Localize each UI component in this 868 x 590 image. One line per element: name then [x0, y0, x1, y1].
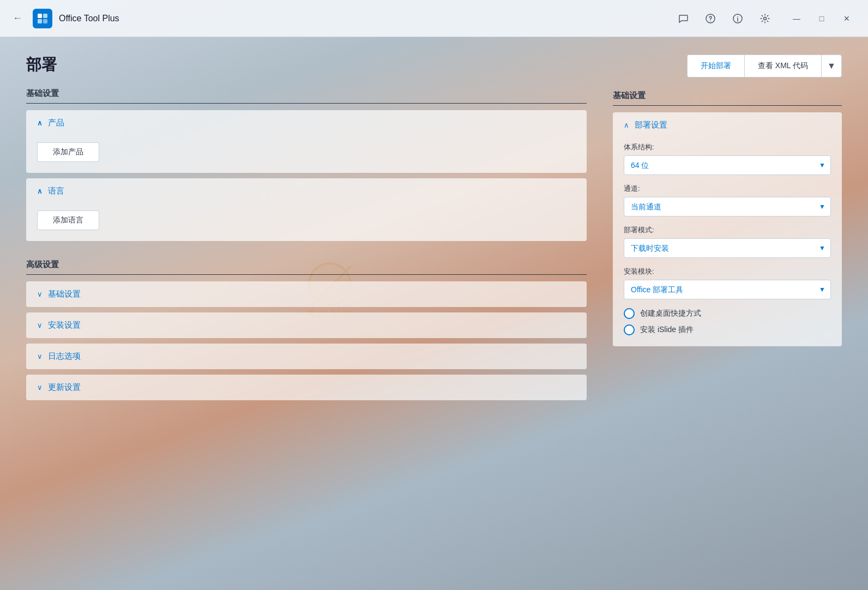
- adv-update-chevron-icon: ∨: [37, 383, 43, 392]
- svg-rect-0: [38, 14, 42, 18]
- language-accordion-label: 语言: [48, 186, 64, 196]
- svg-point-8: [764, 17, 767, 20]
- advanced-basic-header[interactable]: ∨ 基础设置: [26, 281, 587, 307]
- adv-basic-chevron-icon: ∨: [37, 290, 43, 298]
- settings-icon: [760, 13, 770, 24]
- install-module-select[interactable]: Office 部署工具 Office Tool Plus: [624, 280, 831, 299]
- help-icon-btn[interactable]: [698, 8, 723, 29]
- channel-label: 通道:: [624, 184, 831, 194]
- islide-plugin-label: 安装 iSlide 插件: [640, 325, 694, 335]
- advanced-update-accordion: ∨ 更新设置: [26, 375, 587, 400]
- app-title: Office Tool Plus: [59, 14, 119, 23]
- add-language-button[interactable]: 添加语言: [37, 210, 99, 230]
- left-panel: 部署 基础设置 ∧ 产品 添加产品 ∧ 语言 添加语言 高级设置: [26, 55, 587, 573]
- svg-rect-3: [43, 19, 47, 23]
- install-module-label: 安装模块:: [624, 267, 831, 276]
- desktop-shortcut-label: 创建桌面快捷方式: [640, 309, 701, 318]
- back-button[interactable]: ←: [9, 10, 26, 27]
- advanced-update-header[interactable]: ∨ 更新设置: [26, 375, 587, 400]
- svg-rect-2: [38, 19, 42, 23]
- deploy-mode-select[interactable]: 下载时安装 仅下载 仅安装: [624, 238, 831, 258]
- install-module-field-group: 安装模块: Office 部署工具 Office Tool Plus ▼: [624, 267, 831, 299]
- checkbox-islide-plugin[interactable]: 安装 iSlide 插件: [624, 324, 831, 335]
- channel-select[interactable]: 当前通道 半年企业通道 月度企业通道: [624, 197, 831, 216]
- add-product-button[interactable]: 添加产品: [37, 142, 99, 162]
- checkbox-desktop-shortcut[interactable]: 创建桌面快捷方式: [624, 308, 831, 319]
- deploy-mode-label: 部署模式:: [624, 225, 831, 235]
- channel-select-wrapper: 当前通道 半年企业通道 月度企业通道 ▼: [624, 197, 831, 216]
- basic-section-header: 基础设置: [26, 88, 587, 104]
- chat-icon-btn[interactable]: [671, 8, 696, 29]
- adv-update-label: 更新设置: [48, 382, 81, 393]
- header-actions: 开始部署 查看 XML 代码 ▼: [613, 55, 842, 77]
- chat-icon: [678, 13, 689, 24]
- right-panel: 开始部署 查看 XML 代码 ▼ 基础设置 ∧ 部署设置 体系结构: 32 位: [613, 55, 842, 573]
- install-module-select-wrapper: Office 部署工具 Office Tool Plus ▼: [624, 280, 831, 299]
- deploy-settings-header[interactable]: ∧ 部署设置: [613, 112, 842, 138]
- adv-log-chevron-icon: ∨: [37, 352, 43, 360]
- channel-field-group: 通道: 当前通道 半年企业通道 月度企业通道 ▼: [624, 184, 831, 216]
- advanced-section: 高级设置 ∨ 基础设置 ∨ 安装设置 ∨ 日志选项: [26, 260, 587, 406]
- product-accordion: ∧ 产品 添加产品: [26, 110, 587, 173]
- arch-field-group: 体系结构: 32 位 64 位 ▼: [624, 142, 831, 175]
- advanced-section-header: 高级设置: [26, 260, 587, 275]
- language-accordion-body: 添加语言: [26, 204, 587, 241]
- adv-install-chevron-icon: ∨: [37, 321, 43, 329]
- app-logo: [33, 9, 52, 28]
- adv-install-label: 安装设置: [48, 320, 81, 330]
- start-deploy-button[interactable]: 开始部署: [687, 55, 744, 77]
- close-button[interactable]: ✕: [834, 8, 859, 29]
- product-accordion-label: 产品: [48, 118, 64, 128]
- desktop-shortcut-radio-icon: [624, 308, 635, 319]
- maximize-button[interactable]: □: [809, 8, 834, 29]
- titlebar: ← Office Tool Plus: [0, 0, 868, 37]
- arch-select[interactable]: 32 位 64 位: [624, 155, 831, 175]
- product-accordion-header[interactable]: ∧ 产品: [26, 110, 587, 136]
- svg-rect-1: [43, 14, 47, 18]
- page-title: 部署: [26, 55, 587, 75]
- settings-icon-btn[interactable]: [752, 8, 777, 29]
- advanced-basic-accordion: ∨ 基础设置: [26, 281, 587, 307]
- adv-basic-label: 基础设置: [48, 289, 81, 299]
- deploy-mode-field-group: 部署模式: 下载时安装 仅下载 仅安装 ▼: [624, 225, 831, 258]
- settings-panel: ∧ 部署设置 体系结构: 32 位 64 位 ▼: [613, 112, 842, 346]
- svg-point-5: [710, 21, 711, 22]
- advanced-install-header[interactable]: ∨ 安装设置: [26, 312, 587, 338]
- deploy-settings-chevron-icon: ∧: [624, 121, 629, 129]
- minimize-button[interactable]: —: [784, 8, 809, 29]
- advanced-install-accordion: ∨ 安装设置: [26, 312, 587, 338]
- checkbox-group: 创建桌面快捷方式 安装 iSlide 插件: [624, 308, 831, 335]
- advanced-log-accordion: ∨ 日志选项: [26, 344, 587, 369]
- arch-label: 体系结构:: [624, 142, 831, 152]
- arch-select-wrapper: 32 位 64 位 ▼: [624, 155, 831, 175]
- info-icon: [732, 13, 743, 24]
- dropdown-chevron-icon: ▼: [827, 61, 836, 71]
- product-chevron-icon: ∧: [37, 119, 43, 127]
- islide-plugin-radio-icon: [624, 324, 635, 335]
- xml-dropdown-button[interactable]: ▼: [821, 55, 842, 77]
- deploy-mode-select-wrapper: 下载时安装 仅下载 仅安装 ▼: [624, 238, 831, 258]
- right-section-header: 基础设置: [613, 91, 842, 106]
- language-chevron-icon: ∧: [37, 187, 43, 195]
- view-xml-button[interactable]: 查看 XML 代码: [744, 55, 821, 77]
- help-icon: [705, 13, 716, 24]
- language-accordion: ∧ 语言 添加语言: [26, 178, 587, 241]
- info-icon-btn[interactable]: [725, 8, 750, 29]
- deploy-settings-body: 体系结构: 32 位 64 位 ▼ 通道: 当前通道: [613, 138, 842, 346]
- svg-point-7: [737, 16, 738, 17]
- adv-log-label: 日志选项: [48, 351, 81, 362]
- advanced-log-header[interactable]: ∨ 日志选项: [26, 344, 587, 369]
- deploy-settings-label: 部署设置: [635, 120, 667, 130]
- product-accordion-body: 添加产品: [26, 136, 587, 173]
- language-accordion-header[interactable]: ∧ 语言: [26, 178, 587, 204]
